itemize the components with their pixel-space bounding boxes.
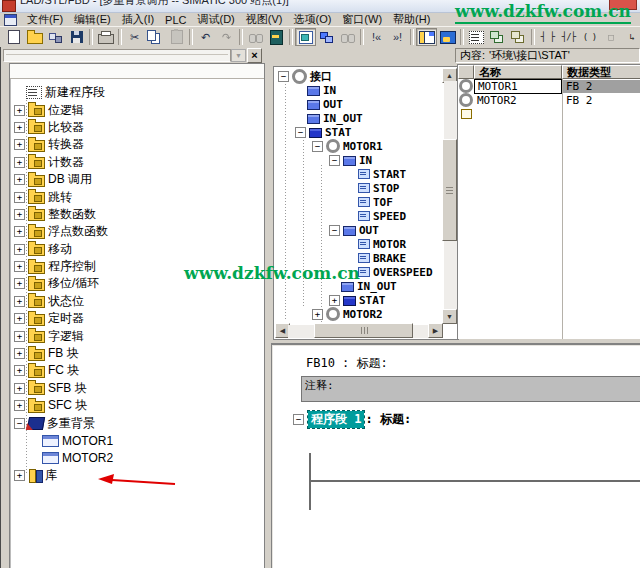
- catalog-combobox[interactable]: [3, 49, 231, 62]
- tree-item-IN[interactable]: −IN: [276, 153, 442, 167]
- coil-button[interactable]: ( ): [579, 28, 600, 46]
- ladder-editor[interactable]: FB10 : 标题: 注释: − 程序段 1 : 标题:: [271, 343, 640, 568]
- undo-button[interactable]: ↶: [195, 28, 216, 46]
- expand-box[interactable]: +: [14, 157, 25, 168]
- contact-no-button[interactable]: ┤ ├: [537, 28, 558, 46]
- tree-item-多重背景[interactable]: −多重背景: [12, 414, 263, 431]
- name-cell[interactable]: MOTOR1: [474, 79, 562, 94]
- network-title-selected[interactable]: 程序段 1: [308, 411, 364, 428]
- scroll-down-button[interactable]: ▼: [442, 309, 457, 324]
- tree-item-位逻辑[interactable]: +位逻辑: [12, 101, 263, 118]
- copy-button[interactable]: [145, 28, 166, 46]
- table-row[interactable]: MOTOR2FB 2: [458, 93, 640, 107]
- menu-item[interactable]: 视图(V): [245, 12, 284, 27]
- tree-item-计数器[interactable]: +计数器: [12, 154, 263, 171]
- name-cell[interactable]: MOTOR2: [474, 94, 562, 107]
- open-button[interactable]: [24, 28, 45, 46]
- program-elements-button[interactable]: [487, 28, 508, 46]
- menu-item[interactable]: 调试(D): [197, 12, 236, 27]
- tree-item-转换器[interactable]: +转换器: [12, 136, 263, 153]
- expand-box[interactable]: +: [14, 331, 25, 342]
- redo-button[interactable]: ↷: [216, 28, 237, 46]
- expand-box[interactable]: +: [14, 470, 25, 481]
- expand-box[interactable]: +: [312, 309, 323, 320]
- network-collapse-box[interactable]: −: [293, 414, 304, 425]
- tree-item-MOTOR2[interactable]: MOTOR2: [12, 449, 263, 466]
- expand-box[interactable]: +: [14, 209, 25, 220]
- child-window-icon[interactable]: [4, 14, 17, 26]
- tree-item-DB 调用[interactable]: +DB 调用: [12, 171, 263, 188]
- download-button[interactable]: [266, 28, 287, 46]
- collapse-box[interactable]: −: [14, 418, 25, 429]
- tree-item-STOP[interactable]: STOP: [276, 181, 442, 195]
- data-type-cell[interactable]: FB 2: [562, 80, 640, 93]
- save-button[interactable]: [66, 28, 87, 46]
- collapse-box[interactable]: −: [295, 127, 306, 138]
- tree-item-状态位[interactable]: +状态位: [12, 293, 263, 310]
- expand-box[interactable]: +: [14, 105, 25, 116]
- find-button[interactable]: [245, 28, 266, 46]
- tree-item-START[interactable]: START: [276, 167, 442, 181]
- paste-button[interactable]: [166, 28, 187, 46]
- table-row[interactable]: [458, 107, 640, 121]
- expand-box[interactable]: +: [14, 348, 25, 359]
- tree-item-新建程序段[interactable]: 新建程序段: [12, 84, 263, 101]
- table-row[interactable]: MOTOR1FB 2: [458, 79, 640, 93]
- view-split-button[interactable]: [416, 28, 437, 46]
- horizontal-scrollbar-thumb[interactable]: [314, 323, 413, 338]
- expand-box[interactable]: +: [14, 278, 25, 289]
- tree-item-定时器[interactable]: +定时器: [12, 310, 263, 327]
- expand-box[interactable]: +: [14, 400, 25, 411]
- tree-item-SPEED[interactable]: SPEED: [276, 209, 442, 223]
- tree-item-STAT[interactable]: +STAT: [276, 293, 442, 307]
- expand-box[interactable]: +: [14, 244, 25, 255]
- tree-item-IN_OUT[interactable]: IN_OUT: [276, 111, 442, 125]
- tree-item-OUT[interactable]: −OUT: [276, 223, 442, 237]
- tree-item-OUT[interactable]: OUT: [276, 97, 442, 111]
- expand-box[interactable]: +: [14, 296, 25, 307]
- tree-item-MOTOR2[interactable]: +MOTOR2: [276, 307, 442, 321]
- tree-item-MOTOR1[interactable]: MOTOR1: [12, 432, 263, 449]
- tree-item-整数函数[interactable]: +整数函数: [12, 206, 263, 223]
- data-type-cell[interactable]: FB 2: [562, 94, 640, 107]
- tree-item-浮点数函数[interactable]: +浮点数函数: [12, 223, 263, 240]
- tree-item-移动[interactable]: +移动: [12, 241, 263, 258]
- expand-box[interactable]: +: [14, 139, 25, 150]
- catalog-close-button[interactable]: ×: [247, 48, 262, 63]
- catalog-toggle-button[interactable]: [295, 28, 316, 46]
- tree-item-MOTOR[interactable]: MOTOR: [276, 237, 442, 251]
- menu-item[interactable]: 帮助(H): [392, 12, 431, 27]
- empty-box-button[interactable]: □: [600, 28, 621, 46]
- menu-item[interactable]: 编辑(E): [73, 12, 112, 27]
- tree-item-FC 块[interactable]: +FC 块: [12, 362, 263, 379]
- collapse-box[interactable]: −: [329, 225, 340, 236]
- tree-item-跳转[interactable]: +跳转: [12, 188, 263, 205]
- expand-box[interactable]: +: [14, 261, 25, 272]
- goto-prev-error-button[interactable]: !«: [366, 28, 387, 46]
- expand-box[interactable]: +: [329, 295, 340, 306]
- menu-item[interactable]: 插入(I): [121, 12, 155, 27]
- tree-item-FB 块[interactable]: +FB 块: [12, 345, 263, 362]
- expand-box[interactable]: +: [14, 365, 25, 376]
- expand-box[interactable]: +: [14, 122, 25, 133]
- cut-button[interactable]: ✂: [124, 28, 145, 46]
- monitor-button[interactable]: [337, 28, 358, 46]
- expand-box[interactable]: +: [14, 174, 25, 185]
- tree-item-IN[interactable]: IN: [276, 83, 442, 97]
- expand-box[interactable]: +: [14, 383, 25, 394]
- menu-item[interactable]: 文件(F): [26, 12, 64, 27]
- expand-box[interactable]: +: [14, 313, 25, 324]
- vertical-scrollbar-thumb[interactable]: [442, 139, 457, 241]
- contact-nc-button[interactable]: ┤/├: [558, 28, 579, 46]
- goto-next-error-button[interactable]: »!: [387, 28, 408, 46]
- block-comment-box[interactable]: 注释:: [301, 376, 640, 402]
- scroll-right-button[interactable]: ▶: [428, 323, 443, 338]
- tree-item-SFB 块[interactable]: +SFB 块: [12, 380, 263, 397]
- view-overview-button[interactable]: [437, 28, 458, 46]
- tree-item-字逻辑[interactable]: +字逻辑: [12, 327, 263, 344]
- open-branch-button[interactable]: ↳: [621, 28, 640, 46]
- print-button[interactable]: [95, 28, 116, 46]
- new-network-button[interactable]: [466, 28, 487, 46]
- tree-item-比较器[interactable]: +比较器: [12, 119, 263, 136]
- call-structure-button[interactable]: [508, 28, 529, 46]
